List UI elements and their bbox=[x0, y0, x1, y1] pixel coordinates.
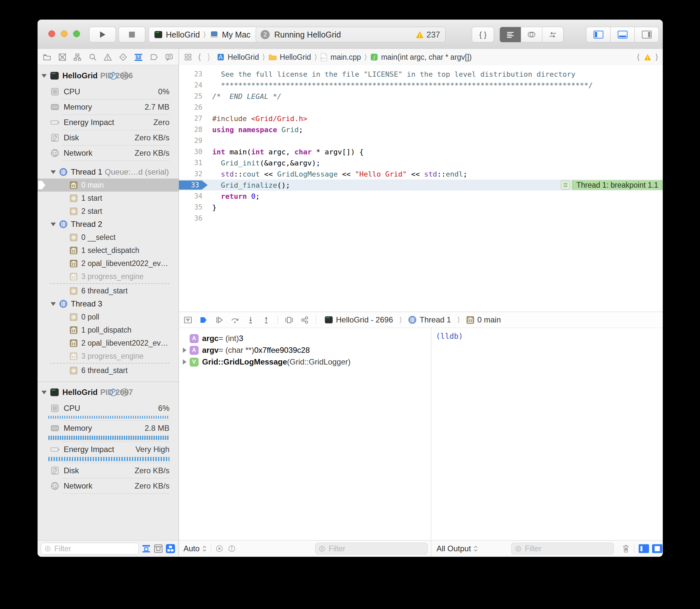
breadcrumb-thread[interactable]: Thread 1 bbox=[420, 315, 451, 325]
memory-columns-button[interactable] bbox=[120, 388, 129, 397]
breadcrumb-frame[interactable]: 0 main bbox=[477, 315, 501, 325]
frame-row[interactable]: 0 poll bbox=[37, 310, 178, 324]
console-view[interactable]: (lldb) bbox=[431, 328, 663, 540]
gauge-row[interactable]: CPU6% bbox=[37, 401, 178, 416]
frame-row[interactable]: 1 start bbox=[37, 192, 178, 205]
clear-console-button[interactable] bbox=[622, 544, 630, 553]
disclosure-triangle[interactable] bbox=[183, 359, 186, 365]
issue-navigator-icon[interactable] bbox=[103, 53, 112, 62]
gauge-row[interactable]: Energy ImpactVery High bbox=[37, 442, 178, 457]
stop-button[interactable] bbox=[119, 27, 145, 42]
toggle-debug-area-button[interactable] bbox=[611, 27, 635, 42]
variables-filter-field[interactable] bbox=[315, 543, 428, 555]
hide-debug-area-button[interactable] bbox=[184, 316, 192, 325]
code-line[interactable]: 36 bbox=[179, 213, 663, 224]
profile-process-button[interactable] bbox=[109, 388, 118, 397]
gauge-row[interactable]: CPU0% bbox=[37, 84, 178, 99]
frame-row[interactable]: 6 thread_start bbox=[37, 364, 178, 377]
code-line[interactable]: 27#include <Grid/Grid.h> bbox=[179, 113, 663, 124]
code-line[interactable]: 30int main(int argc, char * argv[]) { bbox=[179, 146, 663, 157]
frame-row[interactable]: 1 poll_dispatch bbox=[37, 324, 178, 336]
flat-view-toggle-icon[interactable] bbox=[141, 544, 151, 554]
gauge-row[interactable]: Energy ImpactZero bbox=[37, 115, 178, 130]
variable-row[interactable]: VGrid::GridLogMessage (Grid::GridLogger) bbox=[179, 356, 431, 368]
assistant-editor-button[interactable] bbox=[521, 27, 542, 42]
step-into-button[interactable] bbox=[246, 316, 255, 325]
previous-issue-button[interactable]: ⟨ bbox=[637, 53, 639, 62]
toggle-navigator-button[interactable] bbox=[586, 27, 611, 42]
step-over-button[interactable] bbox=[231, 316, 239, 325]
next-issue-button[interactable]: ⟩ bbox=[655, 53, 658, 62]
source-editor[interactable]: 23 See the full license in the file "LIC… bbox=[179, 65, 663, 312]
console-filter-input[interactable] bbox=[524, 544, 610, 554]
toggle-console-button[interactable] bbox=[652, 544, 663, 554]
related-items-icon[interactable] bbox=[184, 53, 192, 61]
activity-viewer[interactable]: 2 Running HelloGrid 237 bbox=[256, 27, 446, 42]
gauge-row[interactable]: DiskZero KB/s bbox=[37, 130, 178, 145]
frame-row[interactable]: 2 opal_libevent2022_ev… bbox=[37, 336, 178, 350]
gauge-row[interactable]: NetworkZero KB/s bbox=[37, 478, 178, 493]
variables-filter-input[interactable] bbox=[328, 544, 424, 554]
breakpoint-navigator-icon[interactable] bbox=[150, 53, 158, 62]
breakpoint-marker[interactable]: 33 bbox=[179, 180, 208, 190]
frame-row[interactable]: 2 start bbox=[37, 205, 178, 218]
info-button[interactable] bbox=[227, 544, 236, 553]
close-window-button[interactable] bbox=[48, 30, 55, 37]
memory-graph-button[interactable] bbox=[301, 316, 309, 325]
breakpoint-annotation[interactable]: Thread 1: breakpoint 1.1 bbox=[561, 180, 663, 190]
breakpoints-toggle-button[interactable] bbox=[199, 316, 208, 325]
frame-row[interactable]: 6 thread_start bbox=[37, 284, 178, 297]
gauge-row[interactable]: DiskZero KB/s bbox=[37, 463, 178, 478]
symbol-navigator-icon[interactable] bbox=[73, 53, 82, 62]
breadcrumb-process[interactable]: HelloGrid - 2696 bbox=[336, 315, 393, 325]
frame-row[interactable]: 3 progress_engine bbox=[37, 270, 178, 283]
scheme-selector[interactable]: HelloGrid ⟩ My Mac bbox=[149, 27, 258, 42]
frame-row[interactable]: 0 main bbox=[37, 178, 178, 192]
code-line[interactable]: 29 bbox=[179, 135, 663, 146]
continue-button[interactable] bbox=[215, 316, 224, 325]
view-by-process-toggle-icon[interactable] bbox=[166, 544, 175, 554]
toggle-inspector-button[interactable] bbox=[635, 27, 659, 42]
variables-view[interactable]: Aargc = (int) 3Aargv = (char **) 0x7ffee… bbox=[179, 328, 431, 540]
variable-row[interactable]: Aargv = (char **) 0x7ffee9039c28 bbox=[179, 344, 431, 356]
memory-columns-button[interactable] bbox=[120, 71, 129, 80]
frame-row[interactable]: 1 select_dispatch bbox=[37, 244, 178, 257]
code-line[interactable]: 32 std::cout << GridLogMessage << "Hello… bbox=[179, 169, 663, 179]
breadcrumb-symbol[interactable]: f main(int argc, char * argv[]) bbox=[370, 53, 472, 62]
frame-row[interactable]: 2 opal_libevent2022_ev… bbox=[37, 257, 178, 270]
warning-icon[interactable] bbox=[644, 54, 651, 61]
code-line[interactable]: 34 return 0; bbox=[179, 191, 663, 202]
profile-process-button[interactable] bbox=[109, 71, 118, 80]
thread-row[interactable]: Thread 2 bbox=[37, 218, 178, 231]
search-navigator-icon[interactable] bbox=[88, 53, 97, 62]
variables-scope-popup[interactable]: Auto bbox=[184, 544, 207, 553]
code-line[interactable]: 33 Grid_finalize();Thread 1: breakpoint … bbox=[179, 179, 663, 191]
code-line[interactable]: 26 bbox=[179, 102, 663, 113]
thread-row[interactable]: Thread 3 bbox=[37, 297, 178, 310]
toggle-variables-button[interactable] bbox=[638, 544, 649, 554]
forward-button[interactable]: ⟩ bbox=[207, 52, 210, 62]
gauge-row[interactable]: Memory2.7 MB bbox=[37, 100, 178, 115]
breadcrumb-project[interactable]: HelloGrid bbox=[217, 53, 259, 62]
process-row[interactable]: HelloGridPID 2696 bbox=[37, 67, 178, 84]
process-row[interactable]: HelloGridPID 2697 bbox=[37, 384, 178, 401]
run-button[interactable] bbox=[89, 27, 116, 42]
code-snippets-button[interactable]: { } bbox=[472, 27, 494, 42]
standard-editor-button[interactable] bbox=[499, 27, 521, 42]
code-line[interactable]: 23 See the full license in the file "LIC… bbox=[179, 69, 663, 80]
navigator-filter-input[interactable] bbox=[53, 544, 135, 554]
back-button[interactable]: ⟨ bbox=[198, 52, 201, 62]
breadcrumb-group[interactable]: HelloGrid bbox=[268, 53, 311, 62]
zoom-window-button[interactable] bbox=[73, 30, 80, 37]
navigator-filter-field[interactable] bbox=[41, 543, 139, 555]
report-navigator-icon[interactable] bbox=[165, 53, 173, 62]
test-navigator-icon[interactable] bbox=[119, 53, 127, 62]
console-filter-field[interactable] bbox=[511, 543, 614, 555]
breadcrumb-file[interactable]: C++ main.cpp bbox=[320, 53, 361, 62]
version-editor-button[interactable] bbox=[542, 27, 564, 42]
variable-row[interactable]: Aargc = (int) 3 bbox=[179, 333, 431, 344]
gauge-row[interactable]: Memory2.8 MB bbox=[37, 421, 178, 436]
step-out-button[interactable] bbox=[262, 316, 271, 325]
code-line[interactable]: 28using namespace Grid; bbox=[179, 124, 663, 135]
console-output-popup[interactable]: All Output bbox=[437, 544, 478, 553]
